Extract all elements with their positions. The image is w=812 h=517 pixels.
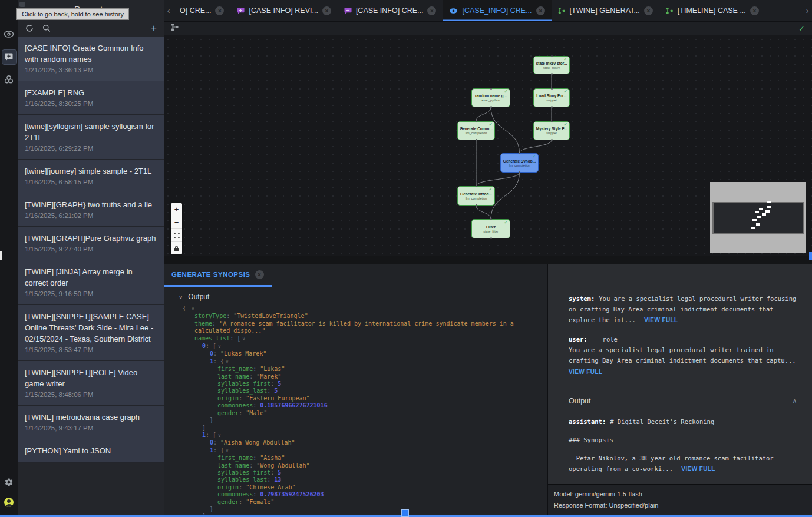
eye-icon[interactable] (0, 26, 18, 42)
graph-node[interactable]: Generate Introd...llm_completion (457, 186, 495, 206)
output-section-label: Output (188, 293, 209, 301)
prompt-list-item[interactable]: [TWINE][SNIPPET][ROLE] Video game writer… (18, 361, 164, 406)
collapse-icon[interactable] (179, 294, 183, 300)
left-resize-grip[interactable] (0, 251, 2, 260)
prompt-timestamp: 1/15/2025, 8:53:47 PM (25, 345, 157, 355)
account-icon[interactable] (0, 495, 18, 510)
tab-close-icon[interactable] (427, 6, 436, 15)
response-format-line: Response Format: Unspecified/plain (554, 500, 806, 511)
bottom-panels: GENERATE SYNOPSIS Output { storyType: "T… (164, 256, 812, 517)
tab-close-icon[interactable] (215, 6, 224, 15)
output-section-header[interactable]: Output (164, 287, 547, 303)
node-check-icon (488, 187, 493, 192)
prompt-list-item[interactable]: [twine][journey] simple sample - 2T1L1/1… (18, 160, 164, 193)
minimap-node (759, 208, 763, 210)
tab-strip: O] CRE...[CASE INFO] REVI...[CASE INFO] … (173, 0, 803, 21)
prompt-list-item[interactable]: [TWINE][GRAPH} two truths and a lie1/16/… (18, 193, 164, 227)
lock-button[interactable] (171, 242, 182, 254)
node-subtitle: llm_completion (466, 197, 487, 200)
json-line: last_name: "Marek" (164, 373, 547, 380)
back-button-partial[interactable] (19, 2, 25, 7)
collapse-icon[interactable] (242, 336, 245, 342)
right-resize-grip[interactable] (809, 252, 812, 260)
node-subtitle: llm_completion (509, 164, 530, 167)
collapse-icon[interactable] (218, 344, 221, 349)
node-subtitle: exec_python (481, 98, 500, 102)
zoom-out-button[interactable] (171, 216, 182, 229)
tabs-scroll-right-icon[interactable] (803, 0, 812, 21)
minimap-node (755, 211, 759, 213)
history-tooltip: Click to go back, hold to see history (16, 8, 129, 20)
collapse-icon[interactable] (226, 448, 229, 453)
tab-close-icon[interactable] (536, 6, 545, 15)
layout-graph-icon[interactable] (171, 23, 179, 34)
canvas-controls (171, 203, 182, 254)
prompt-title: [TWINE][GRAPH]Pure Graphviz graph (25, 233, 157, 244)
node-check-icon (504, 220, 508, 225)
tab-close-icon[interactable] (322, 6, 331, 15)
comment-plus-icon[interactable] (0, 49, 18, 65)
tab[interactable]: [TIMELINE] CASE ... (659, 0, 765, 21)
view-full-link[interactable]: VIEW FULL (681, 466, 715, 472)
graph-node[interactable]: random name g...exec_python (471, 88, 510, 107)
collapse-icon[interactable] (192, 306, 194, 311)
collapse-icon[interactable] (226, 359, 229, 364)
main-area: O] CRE...[CASE INFO] REVI...[CASE INFO] … (164, 0, 812, 517)
graph-node[interactable]: Mystery Style F...snippet (533, 121, 570, 140)
graph-node[interactable]: Load Story For...snippet (533, 88, 570, 107)
refresh-icon[interactable] (25, 24, 34, 33)
model-line: Model: gemini/gemini-1.5-flash (554, 489, 806, 500)
graph-node[interactable]: Generate Synop...llm_completion (500, 153, 539, 173)
prompt-list-item[interactable]: [TWINE][SNIPPET][SAMPLE CASE] Online Thr… (18, 305, 164, 361)
tab-close-icon[interactable] (644, 6, 653, 15)
node-subtitle: llm_completion (466, 131, 487, 135)
collapse-icon[interactable] (218, 433, 221, 438)
node-check-icon (504, 89, 508, 94)
tab-close-icon[interactable] (255, 270, 264, 279)
tab[interactable]: O] CRE... (173, 0, 230, 21)
add-prompt-button[interactable] (151, 24, 157, 33)
prompt-list-item[interactable]: [TWINE] [JINJA] Array merge in correct o… (18, 260, 164, 305)
minimap-node (767, 206, 771, 208)
collapse-up-icon[interactable] (793, 396, 797, 406)
json-line: commonness: 0.7987359247526203 (164, 491, 547, 498)
minimap[interactable] (710, 182, 806, 253)
assistant-message: assistant:# Digital Deceit's Reckoning #… (569, 416, 797, 475)
generate-synopsis-tab[interactable]: GENERATE SYNOPSIS (164, 264, 272, 287)
tab[interactable]: [TWINE] GENERAT... (552, 0, 659, 21)
tab[interactable]: [CASE_INFO] CRE... (443, 0, 551, 21)
graph-node[interactable]: state mkey stor...state_mkey (533, 56, 570, 74)
gear-icon[interactable] (0, 475, 18, 490)
tab-label: [TIMELINE] CASE ... (678, 6, 746, 15)
activity-bar (0, 0, 18, 517)
node-title: Filter (486, 225, 496, 229)
inspector-output-header[interactable]: Output (569, 396, 797, 406)
flow-icon[interactable] (0, 72, 18, 87)
horizontal-resize-grip[interactable] (401, 509, 409, 517)
minimap-node (762, 213, 766, 216)
minimap-node (765, 210, 770, 213)
prompt-list-item[interactable]: [CASE INFO] Create Common Info with rand… (18, 37, 164, 81)
fit-view-button[interactable] (171, 229, 182, 242)
assistant-subheading: ### Synopsis (569, 435, 797, 445)
prompt-list-item[interactable]: [TWINE] metroidvania case graph1/14/2025… (18, 406, 164, 439)
graph-node[interactable]: Filterstate_filter (471, 219, 510, 238)
tabs-scroll-left-icon[interactable] (164, 0, 173, 21)
search-icon[interactable] (42, 24, 51, 33)
tab[interactable]: [CASE INFO] CRE... (338, 0, 443, 21)
node-subtitle: snippet (546, 98, 557, 102)
graph-node[interactable]: Generate Comm...llm_completion (457, 121, 495, 140)
graph-icon (558, 7, 566, 15)
zoom-in-button[interactable] (171, 203, 182, 216)
prompt-title: [CASE INFO] Create Common Info with rand… (25, 42, 157, 65)
tab[interactable]: [CASE INFO] REVI... (230, 0, 337, 21)
prompt-list-item[interactable]: [PYTHON] Yaml to JSON (18, 439, 164, 463)
node-canvas[interactable]: state mkey stor...state_mkeyrandom name … (164, 35, 812, 257)
prompt-list-item[interactable]: [twine][syllogism] sample syllogism for … (18, 115, 164, 160)
prompt-list-item[interactable]: [TWINE][GRAPH]Pure Graphviz graph1/15/20… (18, 227, 164, 260)
node-title: Generate Synop... (503, 159, 536, 163)
tab-close-icon[interactable] (750, 6, 759, 15)
prompt-list-item[interactable]: [EXAMPLE] RNG1/16/2025, 8:30:25 PM (18, 81, 164, 115)
view-full-link[interactable]: VIEW FULL (644, 317, 678, 323)
view-full-link[interactable]: VIEW FULL (569, 367, 797, 377)
